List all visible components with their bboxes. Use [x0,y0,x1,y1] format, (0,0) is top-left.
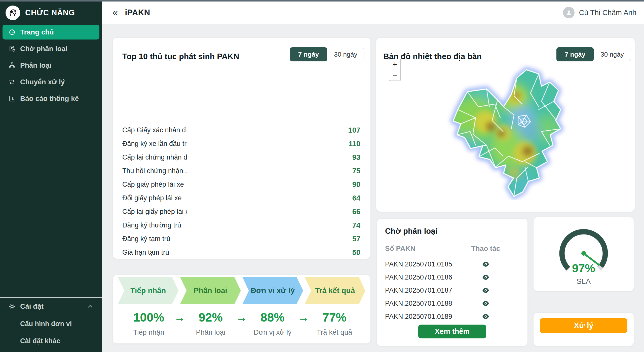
sidebar-collapse-icon[interactable]: « [112,8,118,17]
chevron-up-icon[interactable] [87,303,93,310]
topbar: « iPAKN Cù Thị Châm Anh [102,2,644,24]
sidebar-item-cho-phan-loai[interactable]: Chờ phân loại [3,41,99,56]
heatmap-period-toggle: 7 ngày 30 ngày [556,48,631,61]
user-menu[interactable]: Cù Thị Châm Anh [563,7,636,18]
process-funnel-card: Tiếp nhậnPhân loạiĐơn vị xử lýTrả kết qu… [113,275,370,343]
bar-category-label: Đăng ký xe lần đầu tr... [122,140,187,148]
view-button[interactable] [482,274,489,280]
sidebar: CHỨC NĂNG Trang chủ Chờ phân loại Phân l… [0,2,102,352]
sla-value: 97% [534,261,634,275]
funnel-stage-label: Đơn vị xử lý [242,328,304,336]
view-button[interactable] [482,261,489,267]
bar-row: Gia hạn tạm trú 50 [122,249,360,256]
bar-value-label: 57 [340,235,360,243]
top10-title: Top 10 thủ tục phát sinh PAKN [122,52,239,61]
funnel-percent: 92% [180,310,242,325]
flow-arrow-icon: → [174,311,185,324]
bar-value-label: 93 [340,153,360,162]
bar-value-label: 66 [340,208,360,216]
bar-row: Cấp lại giấy phép lái xe 66 [122,208,360,215]
user-name: Cù Thị Châm Anh [579,9,636,17]
period-30-days-button[interactable]: 30 ngày [327,48,364,61]
bar-track [191,249,340,256]
sidebar-item-cai-dat-khac[interactable]: Cài đặt khác [0,332,102,349]
process-button[interactable]: Xử lý [540,318,627,333]
sidebar-nav: Trang chủ Chờ phân loại Phân loại Chuyển… [0,24,102,297]
funnel-percent: 77% [304,310,365,325]
sla-gauge-card: 97% SLA [534,217,634,291]
funnel-stage-label: Phân loại [180,328,242,336]
hanoi-heatmap[interactable] [429,63,572,201]
funnel-stage: Trả kết quả [305,277,366,304]
funnel-flow-cell: 88%Đơn vị xử lý [242,310,304,336]
bar-row: Đăng ký thường trú 74 [122,222,360,229]
sidebar-item-label: Chuyển xử lý [20,78,65,86]
top10-bar-list: Cấp Giấy xác nhận đ... 107 Đăng ký xe lầ… [122,127,360,263]
view-button[interactable] [482,287,489,293]
funnel-stage: Phân loại [180,277,241,304]
avatar [563,7,575,18]
bar-value-label: 107 [340,126,360,134]
bar-row: Cấp lại chứng nhận đ... 93 [122,154,360,161]
sidebar-item-bao-cao-thong-ke[interactable]: Báo cáo thống kê [3,91,99,106]
view-button[interactable] [482,300,489,306]
pakn-id: PAKN.20250701.0189 [385,313,461,321]
bar-row: Đăng ký xe lần đầu tr... 110 [122,140,360,147]
sidebar-settings-group: Cài đặt Cấu hình đơn vị Cài đặt khác [0,297,102,352]
bar-category-label: Cấp giấy phép lái xe [122,181,187,188]
bar-value-label: 74 [340,221,360,229]
bar-value-label: 64 [340,194,360,202]
flow-arrow-icon: → [236,311,247,324]
sidebar-item-label: Báo cáo thống kê [20,95,79,103]
top10-period-toggle: 7 ngày 30 ngày [290,48,364,61]
pakn-id: PAKN.20250701.0185 [385,260,461,268]
eye-icon [482,314,489,320]
sidebar-item-cai-dat[interactable]: Cài đặt [0,298,102,315]
table-row: PAKN.20250701.0187 [385,284,519,297]
period-7-days-button[interactable]: 7 ngày [290,47,327,61]
pending-table-header: Số PAKN Thao tác [385,245,519,253]
funnel-stage: Đơn vị xử lý [242,277,303,304]
top10-card: Top 10 thủ tục phát sinh PAKN 7 ngày 30 … [113,38,370,259]
bar-category-label: Cấp Giấy xác nhận đ... [122,126,187,134]
bar-row: Thu hồi chứng nhận ... 75 [122,168,360,174]
funnel-stages: Tiếp nhậnPhân loạiĐơn vị xử lýTrả kết qu… [118,277,365,304]
sidebar-item-label: Phân loại [20,61,51,69]
bar-row: Đăng ký tạm trú 57 [122,236,360,242]
column-header-thao-tac: Thao tác [461,245,511,253]
bar-category-label: Cấp lại giấy phép lái xe [122,208,187,216]
sidebar-item-cau-hinh-don-vi[interactable]: Cấu hình đơn vị [0,315,102,332]
bar-row: Cấp Giấy xác nhận đ... 107 [122,127,360,134]
bar-category-label: Đổi giấy phép lái xe [122,194,187,202]
sidebar-subitem-label: Cấu hình đơn vị [20,320,72,328]
zoom-in-button[interactable]: + [389,59,400,70]
bar-track [191,127,340,134]
funnel-percent: 100% [118,310,180,325]
sidebar-item-phan-loai[interactable]: Phân loại [3,58,99,73]
pakn-id: PAKN.20250701.0187 [385,287,461,294]
sidebar-item-trang-chu[interactable]: Trang chủ [3,25,99,40]
period-7-days-button[interactable]: 7 ngày [556,47,594,61]
funnel-percent: 88% [242,310,304,325]
process-action-card: Xử lý [534,313,634,346]
bar-category-label: Thu hồi chứng nhận ... [122,167,187,175]
pakn-id: PAKN.20250701.0186 [385,273,461,281]
user-icon [565,9,573,16]
zoom-out-button[interactable]: − [389,70,400,81]
period-30-days-button[interactable]: 30 ngày [594,48,631,61]
eye-icon [482,261,489,267]
funnel-stage-label: Tiếp nhận [118,328,180,336]
funnel-flow-cell: 92%Phân loại [180,310,242,336]
document-pending-icon [9,45,16,52]
sidebar-item-chuyen-xu-ly[interactable]: Chuyển xử lý [3,74,99,89]
sidebar-item-label: Trang chủ [20,28,54,36]
sidebar-item-label: Chờ phân loại [20,45,67,53]
see-more-button[interactable]: Xem thêm [418,325,486,338]
bar-value-label: 75 [340,167,360,175]
bar-track [191,236,340,242]
table-row: PAKN.20250701.0185 [385,258,519,271]
view-button[interactable] [482,314,489,320]
pakn-id: PAKN.20250701.0188 [385,300,461,307]
bar-row: Đổi giấy phép lái xe 64 [122,195,360,202]
table-row: PAKN.20250701.0189 [385,310,519,323]
